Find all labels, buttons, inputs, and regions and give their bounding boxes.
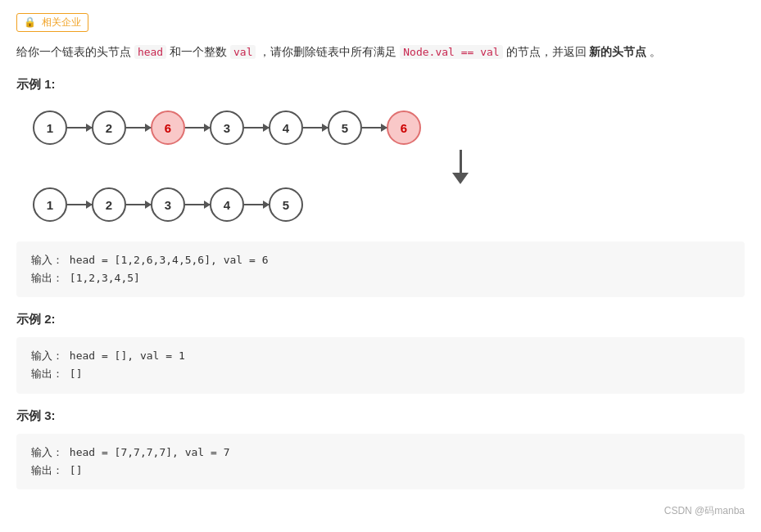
example3-input-label: 输入： [31,446,63,458]
node-b2: 2 [92,187,126,222]
node-b3: 3 [151,187,185,222]
tag-label: 相关企业 [42,16,81,28]
node-3: 3 [210,110,244,145]
code-condition: Node.val == val [400,45,502,59]
down-arrow-container [176,150,745,184]
bottom-list-row: 1 2 3 4 5 [33,187,745,222]
down-arrow-head [452,173,469,184]
example3-input-value: head = [7,7,7,7], val = 7 [70,446,230,458]
node-b4: 4 [210,187,244,222]
example1-output-label: 输出： [31,272,63,284]
node-4: 4 [269,110,303,145]
example1-title: 示例 1: [16,77,745,92]
node-b5: 5 [269,187,303,222]
node-2: 2 [92,110,126,145]
example1-output-value: [1,2,3,4,5] [70,272,140,284]
example3-output-label: 输出： [31,464,63,476]
example1-diagram: 1 2 6 3 4 5 6 1 2 3 4 5 [16,102,745,241]
example2-input-value: head = [], val = 1 [70,349,185,362]
arrow [303,127,328,128]
example1-input-label: 输入： [31,254,63,266]
example2-title: 示例 2: [16,312,745,327]
footer-text: CSDN @码manba [664,505,745,516]
example3-output-value: [] [70,464,83,476]
arrow [185,127,210,128]
example2-input-label: 输入： [31,349,63,362]
example2-output-value: [] [70,367,83,380]
node-6-first: 6 [151,110,185,145]
code-val: val [230,45,256,59]
arrow [244,204,269,205]
related-companies-tag[interactable]: 🔒 相关企业 [16,13,88,32]
arrow [362,127,387,128]
example1-input-value: head = [1,2,6,3,4,5,6], val = 6 [70,254,269,266]
example2-output-label: 输出： [31,367,63,380]
example3-title: 示例 3: [16,408,745,424]
arrow [185,204,210,205]
node-b1: 1 [33,187,67,222]
arrow [67,204,92,205]
arrow [126,204,151,205]
top-list-row: 1 2 6 3 4 5 6 [33,110,745,145]
example2-code: 输入： head = [], val = 1 输出： [] [16,337,745,393]
example1-code: 输入： head = [1,2,6,3,4,5,6], val = 6 输出： … [16,241,745,297]
example3-code: 输入： head = [7,7,7,7], val = 7 输出： [] [16,434,745,489]
footer: CSDN @码manba [16,504,745,518]
lock-icon: 🔒 [24,16,36,28]
arrow [126,127,151,128]
down-arrow-line [460,150,462,173]
node-1: 1 [33,110,67,145]
node-6-last: 6 [387,110,421,145]
problem-description: 给你一个链表的头节点 head 和一个整数 val ，请你删除链表中所有满足 N… [16,42,745,62]
arrow [67,127,92,128]
arrow [244,127,269,128]
code-head: head [134,45,166,59]
node-5: 5 [328,110,362,145]
down-arrow [176,150,745,184]
